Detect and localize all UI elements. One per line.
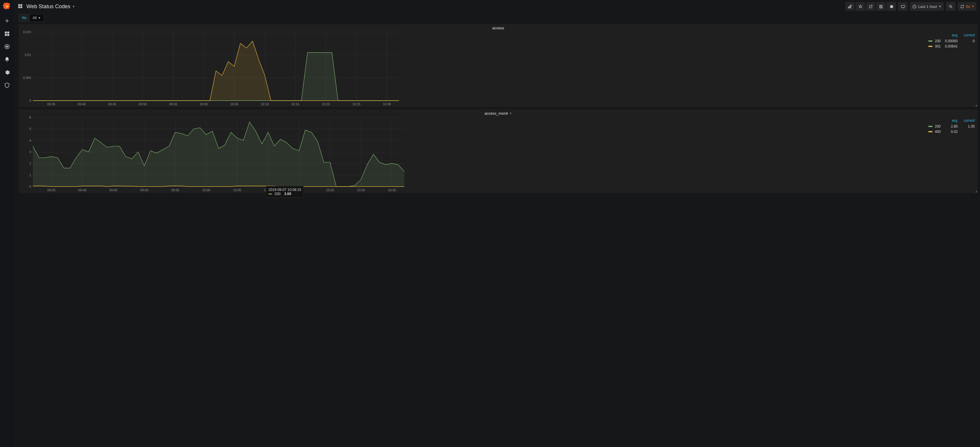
svg-text:2: 2 [29,162,31,165]
svg-text:10:15: 10:15 [291,102,299,106]
panel-access: access 00.0050.010.01509:3509:4009:4509:… [19,24,460,107]
explore-icon[interactable] [4,43,10,50]
plus-icon[interactable] [4,17,10,24]
svg-rect-6 [18,4,20,6]
panel-title[interactable]: access_monit ▼ [19,110,460,116]
svg-text:10:30: 10:30 [388,188,396,192]
svg-text:1: 1 [29,173,31,177]
svg-text:09:55: 09:55 [171,188,180,192]
server-admin-icon[interactable] [4,82,10,89]
svg-text:10:25: 10:25 [357,188,365,192]
dashboard-icon [18,3,23,10]
svg-text:10:20: 10:20 [326,188,334,192]
svg-text:09:50: 09:50 [140,188,148,192]
tooltip-swatch [269,194,272,194]
panel-title[interactable]: access [19,24,460,31]
svg-text:0.005: 0.005 [23,76,31,80]
svg-text:5: 5 [29,127,31,130]
svg-text:10:25: 10:25 [352,102,361,106]
svg-rect-4 [7,34,10,36]
svg-text:09:45: 09:45 [110,188,118,192]
svg-rect-1 [5,32,7,34]
svg-text:09:40: 09:40 [78,188,87,192]
svg-text:10:10: 10:10 [261,102,269,106]
svg-rect-8 [18,6,20,8]
variable-label: file [19,14,29,22]
svg-text:10:20: 10:20 [322,102,330,106]
chart-access[interactable]: 00.0050.010.01509:3509:4009:4509:5009:55… [19,31,460,107]
svg-rect-2 [7,32,10,34]
svg-text:09:45: 09:45 [108,102,116,106]
grafana-logo[interactable] [2,2,12,11]
svg-text:09:50: 09:50 [139,102,147,106]
svg-text:3: 3 [29,150,31,154]
svg-text:09:35: 09:35 [47,102,56,106]
chevron-down-icon: ▼ [38,16,41,19]
svg-rect-9 [21,6,22,8]
svg-text:4: 4 [29,139,31,142]
svg-text:0.015: 0.015 [23,31,31,34]
alerting-icon[interactable] [4,56,10,63]
svg-text:09:35: 09:35 [48,188,56,192]
dashboards-icon[interactable] [4,30,10,37]
left-nav [0,0,14,210]
svg-text:09:55: 09:55 [169,102,178,106]
svg-text:10:05: 10:05 [233,188,242,192]
panel-access-monit: access_monit ▼ 012345609:3509:4009:4509:… [19,110,460,193]
svg-text:10:30: 10:30 [383,102,391,106]
dashboard-title-dropdown[interactable]: Web Status Codes ▼ [26,3,75,10]
svg-text:0: 0 [29,99,31,102]
variable-dropdown[interactable]: All ▼ [29,14,44,22]
configuration-icon[interactable] [4,69,10,76]
svg-text:10:05: 10:05 [230,102,239,106]
svg-text:10:00: 10:00 [200,102,208,106]
svg-text:6: 6 [29,116,31,119]
chevron-down-icon: ▼ [72,5,75,8]
variable-bar: file All ▼ [14,13,460,23]
svg-text:0: 0 [29,185,31,188]
svg-text:10:15: 10:15 [295,188,303,192]
svg-rect-3 [5,34,7,36]
svg-text:09:40: 09:40 [78,102,86,106]
page-title: Web Status Codes [26,3,70,10]
svg-point-0 [6,5,8,8]
svg-text:0.01: 0.01 [25,53,31,57]
chart-access-monit[interactable]: 012345609:3509:4009:4509:5009:5510:0010:… [19,116,460,193]
svg-text:10:00: 10:00 [202,188,210,192]
svg-text:10:10: 10:10 [264,188,272,192]
variable-value: All [33,16,37,20]
topbar: Web Status Codes ▼ Last 1 hour ▼ 5s ▼ [14,0,460,13]
svg-rect-7 [21,4,22,6]
